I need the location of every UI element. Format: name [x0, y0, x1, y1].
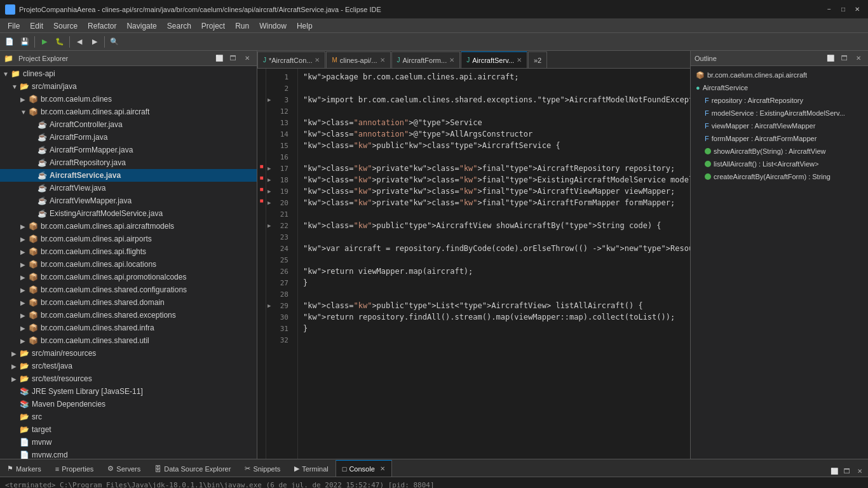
- menu-item-window[interactable]: Window: [254, 19, 292, 33]
- outline-item[interactable]: FmodelService : ExistingAircraftModelSer…: [691, 107, 868, 119]
- tab-close-button[interactable]: ✕: [517, 57, 522, 64]
- maximize-button[interactable]: □: [837, 4, 849, 15]
- tree-item-label: br.com.caelum.clines.shared.exceptions: [41, 311, 176, 320]
- tree-item[interactable]: ▶📦br.com.caelum.clines.api.airports: [0, 233, 257, 245]
- expand-arrow-icon[interactable]: ▶: [268, 165, 271, 172]
- tree-item[interactable]: ▶📦br.com.caelum.clines: [0, 93, 257, 105]
- tree-item[interactable]: ▶📦br.com.caelum.clines.shared.util: [0, 334, 257, 347]
- search-button[interactable]: 🔍: [107, 35, 121, 49]
- tree-item[interactable]: ☕AircraftViewMapper.java: [0, 194, 257, 207]
- menu-item-run[interactable]: Run: [230, 19, 254, 33]
- project-explorer-minimize[interactable]: ⬜: [214, 53, 225, 64]
- run-button[interactable]: ▶: [37, 35, 51, 49]
- expand-arrow-icon[interactable]: ▶: [268, 222, 271, 229]
- tree-item[interactable]: 📂target: [0, 423, 257, 436]
- code-editor[interactable]: ■■■■ 12▶31213141516▶17▶18▶19▶2021▶222324…: [257, 69, 690, 459]
- tree-item[interactable]: ▶📦br.com.caelum.clines.api.flights: [0, 245, 257, 258]
- expand-arrow-icon[interactable]: ▶: [268, 97, 271, 103]
- forward-button[interactable]: ▶: [88, 35, 102, 49]
- bottom-tab-console[interactable]: □Console✕: [336, 460, 392, 477]
- console-close[interactable]: ✕: [854, 465, 865, 477]
- menu-item-file[interactable]: File: [3, 19, 25, 33]
- tree-item[interactable]: ☕AircraftView.java: [0, 182, 257, 194]
- minimize-button[interactable]: −: [824, 4, 835, 15]
- bottom-tab-snippets[interactable]: ✂Snippets: [238, 460, 287, 477]
- tree-item[interactable]: ☕AircraftFormMapper.java: [0, 144, 257, 156]
- bottom-tab-markers[interactable]: ⚑Markers: [0, 460, 48, 477]
- tab-close-button[interactable]: ✕: [315, 57, 320, 64]
- outline-item[interactable]: ●AircraftService: [691, 81, 868, 94]
- menu-item-project[interactable]: Project: [196, 19, 230, 33]
- editor-tab[interactable]: »2: [528, 51, 547, 68]
- menu-item-help[interactable]: Help: [292, 19, 318, 33]
- console-min[interactable]: ⬜: [829, 465, 840, 477]
- tree-item[interactable]: ☕AircraftForm.java: [0, 131, 257, 144]
- tree-item[interactable]: ▶📂src/test/java: [0, 360, 257, 372]
- outline-item[interactable]: FviewMapper : AircraftViewMapper: [691, 119, 868, 132]
- tree-item[interactable]: ▶📦br.com.caelum.clines.api.promotionalco…: [0, 271, 257, 283]
- outline-item[interactable]: 📦br.com.caelum.clines.api.aircraft: [691, 69, 868, 81]
- close-button[interactable]: ✕: [851, 4, 863, 15]
- tab-close-button[interactable]: ✕: [449, 57, 454, 64]
- tree-item[interactable]: ☕AircraftController.java: [0, 118, 257, 131]
- editor-tab[interactable]: J*AircraftCon...✕: [257, 51, 325, 68]
- expand-arrow-icon[interactable]: ▶: [268, 177, 271, 183]
- bottom-tab-properties[interactable]: ≡Properties: [48, 460, 101, 477]
- project-explorer-close[interactable]: ✕: [241, 53, 253, 64]
- outline-item[interactable]: showAircraftBy(String) : AircraftView: [691, 145, 868, 158]
- tree-item[interactable]: ▼📦br.com.caelum.clines.api.aircraft: [0, 105, 257, 118]
- tree-item[interactable]: ☕AircraftRepository.java: [0, 156, 257, 169]
- menu-item-search[interactable]: Search: [162, 19, 196, 33]
- new-button[interactable]: 📄: [3, 35, 17, 49]
- outline-minimize[interactable]: ⬜: [825, 53, 836, 64]
- menu-item-edit[interactable]: Edit: [25, 19, 48, 33]
- bottom-tab-terminal[interactable]: ▶Terminal: [287, 460, 336, 477]
- menu-item-source[interactable]: Source: [48, 19, 83, 33]
- tree-item[interactable]: ▶📦br.com.caelum.clines.shared.infra: [0, 322, 257, 334]
- tree-item[interactable]: ▶📦br.com.caelum.clines.shared.configurat…: [0, 283, 257, 296]
- back-button[interactable]: ◀: [72, 35, 86, 49]
- outline-maximize[interactable]: 🗖: [839, 53, 850, 64]
- tree-item[interactable]: ☕AircraftService.java: [0, 169, 257, 182]
- editor-tab[interactable]: JAircraftServ...✕: [461, 51, 527, 68]
- expand-arrow-icon[interactable]: ▶: [268, 188, 271, 194]
- outline-item[interactable]: listAllAircraft() : List<AircraftView>: [691, 158, 868, 170]
- tree-item-label: AircraftViewMapper.java: [50, 196, 132, 205]
- tree-item[interactable]: 📚Maven Dependencies: [0, 398, 257, 410]
- tree-item[interactable]: ▶📦br.com.caelum.clines.shared.exceptions: [0, 309, 257, 322]
- menu-item-navigate[interactable]: Navigate: [121, 19, 161, 33]
- tree-item[interactable]: ▼📂src/main/java: [0, 80, 257, 93]
- tab-close-button[interactable]: ✕: [380, 57, 385, 64]
- expand-arrow-icon[interactable]: ▶: [268, 302, 271, 309]
- tree-item[interactable]: 📂src: [0, 410, 257, 423]
- outline-item-icon: F: [705, 109, 709, 117]
- outline-item[interactable]: Frepository : AircraftRepository: [691, 94, 868, 107]
- tree-item[interactable]: ▶📦br.com.caelum.clines.shared.domain: [0, 296, 257, 309]
- console-area[interactable]: <terminated> C:\Program Files\Java\jdk-1…: [0, 477, 868, 488]
- editor-tab[interactable]: Mclines-api/...✕: [326, 51, 390, 68]
- editor-tab[interactable]: JAircraftForm...✕: [391, 51, 461, 68]
- menu-item-refactor[interactable]: Refactor: [83, 19, 121, 33]
- expand-arrow-icon[interactable]: ▶: [268, 200, 271, 206]
- tree-item[interactable]: 📄mvnw.cmd: [0, 449, 257, 459]
- tree-item[interactable]: ▶📦br.com.caelum.clines.api.locations: [0, 258, 257, 271]
- console-close-button[interactable]: ✕: [380, 465, 385, 472]
- tree-item[interactable]: 📄mvnw: [0, 436, 257, 449]
- outline-item[interactable]: createAircraftBy(AircraftForm) : String: [691, 170, 868, 183]
- tree-item[interactable]: ☕ExistingAircraftModelService.java: [0, 207, 257, 220]
- outline-item[interactable]: FformMapper : AircraftFormMapper: [691, 132, 868, 145]
- debug-button[interactable]: 🐛: [53, 35, 67, 49]
- console-max[interactable]: 🗖: [841, 465, 853, 477]
- save-button[interactable]: 💾: [18, 35, 32, 49]
- code-content[interactable]: "kw">package br.com.caelum.clines.api.ai…: [298, 69, 690, 459]
- tree-item[interactable]: ▶📦br.com.caelum.clines.api.aircraftmodel…: [0, 220, 257, 233]
- tree-item[interactable]: ▶📂src/test/resources: [0, 372, 257, 385]
- tree-item[interactable]: ▼📁clines-api: [0, 67, 257, 80]
- tree-item[interactable]: 📚JRE System Library [JavaSE-11]: [0, 385, 257, 398]
- bottom-tab-data-source-explorer[interactable]: 🗄Data Source Explorer: [147, 460, 238, 477]
- tree-item[interactable]: ▶📂src/main/resources: [0, 347, 257, 360]
- outline-close[interactable]: ✕: [853, 53, 864, 64]
- bottom-tab-servers[interactable]: ⚙Servers: [100, 460, 147, 477]
- project-explorer-maximize[interactable]: 🗖: [227, 53, 239, 64]
- gutter-line: [257, 309, 266, 320]
